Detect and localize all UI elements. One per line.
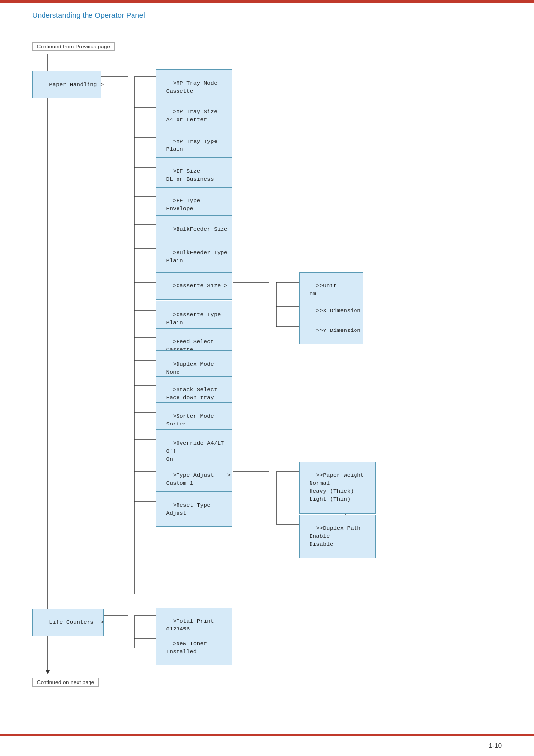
duplex-mode-label: >Duplex Mode None <box>159 361 214 375</box>
life-counters-box: Life Counters > <box>32 609 104 636</box>
reset-type-box: >Reset Type Adjust <box>156 491 232 527</box>
bulkfeeder-type-box: >BulkFeeder Type Plain <box>156 239 232 275</box>
continued-from-text: Continued from Previous page <box>37 44 110 49</box>
type-adjust-label: >Type Adjust > Custom 1 <box>159 472 231 486</box>
paper-handling-label: Paper Handling > <box>49 81 104 88</box>
mp-tray-type-label: >MP Tray Type Plain <box>159 138 217 152</box>
cassette-size-label: >Cassette Size > <box>173 283 227 289</box>
new-toner-box: >New Toner Installed <box>156 630 232 665</box>
override-a4lt-label: >Override A4/LT Off On <box>159 440 224 462</box>
ef-size-label: >EF Size DL or Business <box>159 168 214 182</box>
top-bar <box>0 0 534 3</box>
page-title: Understanding the Operator Panel <box>32 11 145 19</box>
bottom-bar <box>0 734 534 736</box>
duplex-path-label: >>Duplex Path Enable Disable <box>303 525 360 547</box>
bulkfeeder-size-label: >BulkFeeder Size <box>173 226 227 232</box>
stack-select-label: >Stack Select Face-down tray <box>159 386 217 401</box>
cassette-type-label: >Cassette Type Plain <box>159 311 221 326</box>
continued-next-box: Continued on next page <box>32 678 99 687</box>
y-dimension-box: >>Y Dimension <box>299 317 363 344</box>
continued-next-text: Continued on next page <box>37 679 94 685</box>
continued-from-box: Continued from Previous page <box>32 42 115 51</box>
x-dimension-label: >>X Dimension <box>316 307 361 314</box>
new-toner-label: >New Toner Installed <box>159 640 207 655</box>
cassette-size-box: >Cassette Size > <box>156 272 232 300</box>
life-counters-label: Life Counters > <box>49 619 104 625</box>
svg-marker-4 <box>46 670 50 674</box>
page-number: 1-10 <box>489 742 502 749</box>
sorter-mode-label: >Sorter Mode Sorter <box>159 413 214 427</box>
ef-type-label: >EF Type Envelope <box>159 197 200 212</box>
duplex-path-box: >>Duplex Path Enable Disable <box>299 515 376 558</box>
y-dimension-label: >>Y Dimension <box>316 327 361 333</box>
paper-weight-label: >>Paper weight Normal Heavy (Thick) Ligh… <box>303 472 364 502</box>
paper-handling-box: Paper Handling > <box>32 71 101 98</box>
reset-type-label: >Reset Type Adjust <box>159 502 211 516</box>
bulkfeeder-type-label: >BulkFeeder Type Plain <box>159 249 227 264</box>
mp-tray-mode-label: >MP Tray Mode Cassette <box>159 80 217 94</box>
mp-tray-size-label: >MP Tray Size A4 or Letter <box>159 108 217 123</box>
paper-weight-box: >>Paper weight Normal Heavy (Thick) Ligh… <box>299 462 376 514</box>
